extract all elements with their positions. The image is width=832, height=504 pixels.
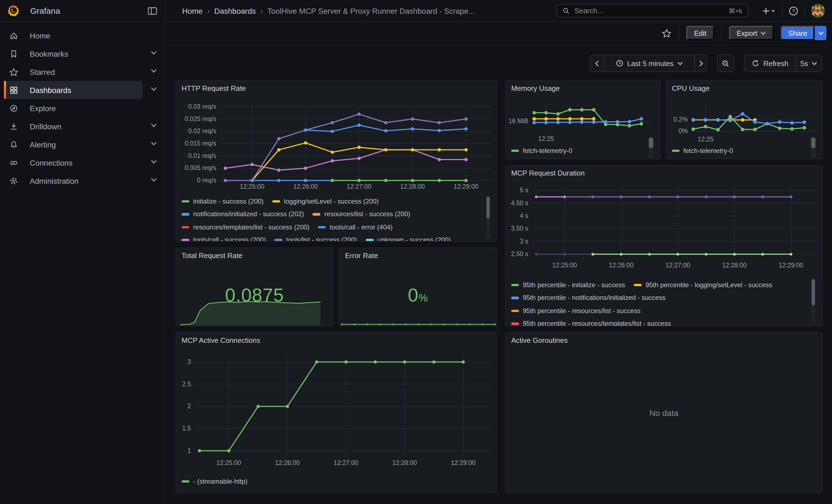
time-range-forward-button[interactable] — [695, 54, 707, 72]
legend-item[interactable]: logging/setLevel - success (200) — [272, 197, 379, 205]
favorite-star-icon[interactable] — [662, 28, 672, 38]
sidebar-item-label: Starred — [30, 68, 55, 76]
sidebar-item-explore[interactable]: Explore — [0, 99, 164, 117]
chevron-down-icon[interactable] — [151, 69, 157, 73]
dashboards-grid-icon — [9, 85, 18, 95]
user-avatar[interactable] — [811, 4, 825, 18]
legend-item[interactable]: 95th percentile - resources/list - succe… — [511, 307, 641, 315]
panel-title[interactable]: Active Goroutines — [511, 336, 568, 344]
legend-item[interactable]: fetch-telemetry-0 — [672, 147, 733, 155]
zoom-out-icon — [721, 59, 730, 68]
sidebar-item-home[interactable]: Home — [0, 26, 164, 45]
legend-scrollbar[interactable] — [649, 137, 653, 158]
legend-item[interactable]: notifications/initialized - success (202… — [182, 210, 304, 218]
breadcrumb-separator: › — [260, 6, 263, 16]
connections-legend[interactable]: - (streamable-http) — [182, 475, 485, 488]
chevron-down-icon[interactable] — [151, 123, 157, 128]
legend-label: tools/call - error (404) — [330, 223, 393, 231]
svg-text:12:26:00: 12:26:00 — [275, 459, 300, 466]
legend-scrollbar[interactable] — [487, 196, 490, 239]
legend-swatch — [511, 322, 519, 325]
chevron-down-icon[interactable] — [151, 51, 157, 55]
legend-item[interactable]: 95th percentile - notifications/initiali… — [511, 294, 666, 302]
legend-item[interactable]: 95th percentile - resources/templates/li… — [511, 320, 671, 326]
time-range-back-button[interactable] — [590, 54, 604, 72]
breadcrumb-home[interactable]: Home — [182, 6, 203, 15]
svg-text:4 s: 4 s — [520, 212, 528, 219]
panel-title[interactable]: MCP Request Duration — [511, 169, 584, 177]
legend-row: fetch-telemetry-0 — [511, 144, 647, 157]
legend-row: initialize - success (200)logging/setLev… — [182, 195, 485, 208]
refresh-button[interactable]: Refresh — [744, 54, 796, 72]
svg-text:3.50 s: 3.50 s — [511, 225, 528, 232]
legend-swatch — [182, 239, 189, 241]
legend-label: tools/list - success (200) — [286, 236, 357, 242]
svg-text:12:25:00: 12:25:00 — [216, 459, 241, 466]
panel-title[interactable]: HTTP Request Rate — [182, 84, 246, 92]
sidebar-item-label: Bookmarks — [30, 49, 68, 58]
zoom-out-button[interactable] — [717, 54, 734, 72]
breadcrumb-dashboards[interactable]: Dashboards — [214, 6, 256, 15]
sidebar-item-dashboards[interactable]: Dashboards — [0, 81, 164, 99]
sidebar-item-connections[interactable]: Connections — [0, 154, 164, 172]
help-icon[interactable]: ? — [788, 6, 799, 16]
legend-item[interactable]: - (streamable-http) — [182, 478, 248, 485]
compass-icon — [9, 104, 18, 112]
svg-text:12:25: 12:25 — [698, 136, 714, 143]
memory-legend[interactable]: fetch-telemetry-0 — [511, 144, 647, 157]
sidebar-item-starred[interactable]: Starred — [0, 63, 164, 81]
panel-title[interactable]: MCP Active Connections — [182, 336, 260, 344]
legend-item[interactable]: tools/call - error (404) — [318, 223, 393, 231]
duration-legend[interactable]: 95th percentile - initialize - success95… — [511, 278, 810, 326]
panel-title[interactable]: Total Request Rate — [182, 251, 242, 260]
edit-button[interactable]: Edit — [686, 26, 714, 40]
svg-text:12:27:00: 12:27:00 — [347, 183, 371, 190]
chevron-down-icon[interactable] — [151, 160, 157, 164]
time-range-picker[interactable]: Last 5 minutes — [604, 54, 695, 72]
panel-title[interactable]: Memory Usage — [511, 84, 560, 92]
legend-swatch — [511, 150, 519, 152]
panel-title[interactable]: Error Rate — [345, 251, 378, 260]
legend-item[interactable]: initialize - success (200) — [182, 197, 264, 205]
search-icon — [562, 7, 570, 15]
svg-text:3: 3 — [187, 358, 191, 365]
sidebar-item-alerting[interactable]: Alerting — [0, 135, 164, 154]
search-input[interactable]: Search... ⌘+k — [556, 4, 748, 18]
legend-scrollbar[interactable] — [811, 137, 815, 158]
panel-mcp-request-duration: MCP Request Duration 12:25:0012:26:0012:… — [505, 165, 823, 326]
mcp-active-connections-chart[interactable]: 12:25:0012:26:0012:27:0012:28:0012:29:00… — [176, 333, 496, 493]
sidebar-item-bookmarks[interactable]: Bookmarks — [0, 45, 164, 63]
chevron-down-icon — [678, 61, 683, 65]
legend-item[interactable]: resources/templates/list - success (200) — [182, 223, 310, 231]
legend-swatch — [366, 239, 374, 241]
share-dropdown-button[interactable] — [814, 26, 827, 40]
add-new-button[interactable] — [761, 6, 776, 15]
svg-text:12:28:00: 12:28:00 — [722, 262, 747, 269]
dashboard-actions-bar: Edit Export Share — [165, 22, 832, 45]
legend-item[interactable]: resources/list - success (200) — [313, 210, 410, 218]
legend-item[interactable]: fetch-telemetry-0 — [511, 147, 572, 155]
sidebar-item-drilldown[interactable]: Drilldown — [0, 117, 164, 135]
legend-item[interactable]: tools/call - success (200) — [182, 236, 266, 242]
export-button[interactable]: Export — [729, 26, 774, 40]
http-legend[interactable]: initialize - success (200)logging/setLev… — [182, 195, 485, 242]
panel-memory-usage: Memory Usage 12:2516 MiB fetch-telemetry… — [505, 80, 660, 159]
legend-label: fetch-telemetry-0 — [683, 147, 733, 155]
legend-item[interactable]: 95th percentile - logging/setLevel - suc… — [634, 281, 772, 289]
refresh-label: Refresh — [763, 59, 788, 68]
refresh-interval-picker[interactable]: 5s — [796, 54, 822, 72]
legend-scrollbar[interactable] — [812, 279, 815, 324]
chevron-down-icon[interactable] — [151, 178, 157, 182]
chevron-down-icon[interactable] — [151, 141, 157, 146]
cpu-legend[interactable]: fetch-telemetry-0 — [672, 144, 809, 157]
legend-item[interactable]: 95th percentile - initialize - success — [511, 281, 625, 289]
sidebar-item-administration[interactable]: Administration — [0, 172, 164, 190]
share-button[interactable]: Share — [781, 26, 814, 40]
panel-title[interactable]: CPU Usage — [672, 84, 709, 92]
legend-item[interactable]: unknown - success (200) — [366, 236, 451, 242]
dock-sidebar-icon[interactable] — [147, 5, 158, 16]
legend-swatch — [182, 200, 189, 203]
panel-cpu-usage: CPU Usage 12:250.2%0% fetch-telemetry-0 — [666, 80, 823, 159]
legend-item[interactable]: tools/list - success (200) — [275, 236, 357, 242]
chevron-down-icon[interactable] — [151, 87, 157, 91]
